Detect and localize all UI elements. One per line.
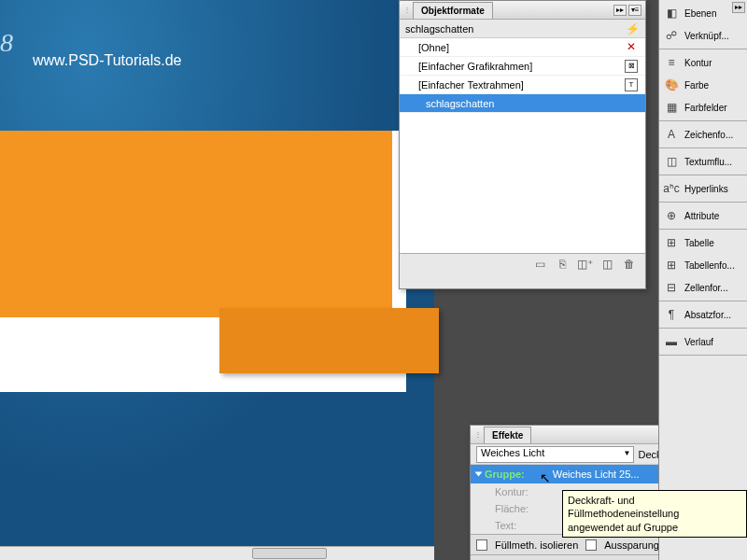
para-icon: ¶ bbox=[663, 307, 680, 322]
style-item-none[interactable]: [Ohne] ✕ bbox=[400, 38, 645, 57]
filter-row: schlagschatten ⚡ bbox=[400, 20, 645, 38]
style-label: [Einfacher Grafikrahmen] bbox=[418, 61, 532, 72]
panel-collapse-icon[interactable]: ▸▸ bbox=[613, 5, 627, 16]
panel-menu-icon[interactable]: ▾≡ bbox=[628, 5, 641, 16]
new-style-icon[interactable]: ⎘ bbox=[554, 258, 571, 273]
swatches-icon: ▦ bbox=[663, 100, 680, 115]
style-label: schlagschatten bbox=[426, 98, 494, 109]
sidebar-label: Absatzfor... bbox=[684, 310, 731, 320]
grad-icon: ▬ bbox=[663, 334, 680, 349]
color-icon: 🎨 bbox=[663, 77, 680, 92]
target-label: Gruppe: bbox=[485, 469, 525, 480]
new-icon[interactable]: ◫ bbox=[599, 258, 615, 273]
tooltip-line1: Deckkraft- und Füllmethodeneinstellung bbox=[568, 494, 741, 521]
sidebar-collapse-icon[interactable]: ▸▸ bbox=[732, 2, 745, 13]
sidebar-label: Zellenfor... bbox=[684, 283, 728, 293]
clear-override-icon[interactable]: ◫⁺ bbox=[576, 258, 593, 273]
sidebar-label: Zeichenfo... bbox=[684, 130, 733, 140]
cellfmt-icon: ⊟ bbox=[663, 280, 680, 295]
sidebar-label: Ebenen bbox=[684, 8, 716, 19]
sidebar-item-color[interactable]: 🎨Farbe bbox=[659, 74, 747, 96]
sidebar-item-stroke[interactable]: ≡Kontur bbox=[659, 51, 747, 74]
document-canvas[interactable]: 8 www.PSD-Tutorials.de bbox=[0, 0, 434, 560]
sidebar-item-cellfmt[interactable]: ⊟Zellenfor... bbox=[659, 276, 747, 299]
sidebar-label: Textumflu... bbox=[684, 157, 732, 167]
style-item-text-frame[interactable]: [Einfacher Textrahmen] T bbox=[400, 76, 645, 94]
sidebar-item-swatches[interactable]: ▦Farbfelder bbox=[659, 96, 747, 119]
wrap-icon: ◫ bbox=[663, 154, 680, 169]
url-text: www.PSD-Tutorials.de bbox=[33, 52, 181, 69]
tooltip-line2: angewendet auf Gruppe bbox=[568, 521, 741, 534]
sidebar-item-table[interactable]: ⊞Tabelle bbox=[659, 231, 747, 254]
sidebar-label: Tabellenfo... bbox=[684, 260, 735, 271]
panel-tab[interactable]: Effekte bbox=[484, 427, 531, 443]
blend-mode-select[interactable]: Weiches Licht bbox=[476, 446, 634, 463]
horizontal-scrollbar[interactable] bbox=[0, 546, 434, 560]
sidebar-label: Kontur bbox=[684, 58, 712, 68]
disclosure-triangle-icon[interactable] bbox=[475, 472, 483, 477]
sidebar-label: Farbe bbox=[684, 80, 709, 91]
sidebar-label: Verlauf bbox=[684, 337, 713, 347]
object-styles-panel[interactable]: ⋮⋮ Objektformate ▸▸ ▾≡ schlagschatten ⚡ … bbox=[399, 0, 646, 289]
sidebar-item-attr[interactable]: ⊕Attribute bbox=[659, 204, 747, 227]
blend-mode-value: Weiches Licht bbox=[481, 447, 544, 458]
sidebar-label: Verknüpf... bbox=[684, 31, 729, 41]
orange-block-2[interactable] bbox=[219, 308, 439, 373]
layers-icon: ◧ bbox=[663, 6, 680, 21]
right-sidebar: ▸▸ ◧Ebenen☍Verknüpf...≡Kontur🎨Farbe▦Farb… bbox=[658, 0, 747, 560]
sidebar-label: Tabelle bbox=[684, 238, 714, 248]
sidebar-item-hyper[interactable]: aʰcHyperlinks bbox=[659, 177, 747, 200]
panel-header[interactable]: ⋮⋮ Objektformate ▸▸ ▾≡ bbox=[400, 1, 645, 20]
orange-block-1[interactable] bbox=[0, 131, 392, 317]
sidebar-item-grad[interactable]: ▬Verlauf bbox=[659, 330, 747, 353]
style-label: [Ohne] bbox=[418, 42, 449, 53]
tablefmt-icon: ⊞ bbox=[663, 258, 680, 273]
sidebar-item-para[interactable]: ¶Absatzfor... bbox=[659, 303, 747, 326]
folder-icon[interactable]: ▭ bbox=[531, 258, 548, 273]
grip-icon: ⋮⋮ bbox=[474, 430, 482, 439]
object-styles-list: [Ohne] ✕ [Einfacher Grafikrahmen] ⊠ [Ein… bbox=[400, 38, 645, 253]
none-icon: ✕ bbox=[625, 41, 638, 54]
sidebar-label: Farbfelder bbox=[684, 103, 727, 113]
sidebar-label: Attribute bbox=[684, 211, 719, 221]
table-icon: ⊞ bbox=[663, 235, 680, 250]
sidebar-item-wrap[interactable]: ◫Textumflu... bbox=[659, 150, 747, 173]
stroke-icon: ≡ bbox=[663, 55, 680, 70]
sidebar-label: Hyperlinks bbox=[684, 184, 728, 194]
tooltip: Deckkraft- und Füllmethodeneinstellung a… bbox=[562, 490, 747, 538]
style-item-schlagschatten[interactable]: schlagschatten bbox=[400, 94, 645, 113]
frame-icon: ⊠ bbox=[625, 60, 638, 73]
filter-text: schlagschatten bbox=[405, 23, 473, 35]
script-text: 8 bbox=[0, 28, 13, 58]
scrollbar-thumb[interactable] bbox=[252, 548, 327, 559]
quick-apply-icon[interactable]: ⚡ bbox=[626, 22, 640, 35]
grip-icon: ⋮⋮ bbox=[403, 6, 411, 14]
attr-icon: ⊕ bbox=[663, 208, 680, 223]
link-icon: ☍ bbox=[663, 28, 680, 43]
text-frame-icon: T bbox=[625, 78, 638, 91]
isolate-label: Füllmeth. isolieren bbox=[495, 539, 578, 551]
panel-tab[interactable]: Objektformate bbox=[413, 2, 493, 19]
trash-icon[interactable]: 🗑 bbox=[621, 258, 638, 273]
sidebar-item-link[interactable]: ☍Verknüpf... bbox=[659, 24, 747, 47]
sidebar-item-char[interactable]: AZeichenfo... bbox=[659, 123, 747, 146]
hyper-icon: aʰc bbox=[663, 181, 680, 196]
style-item-graphic-frame[interactable]: [Einfacher Grafikrahmen] ⊠ bbox=[400, 57, 645, 76]
knockout-checkbox[interactable] bbox=[585, 539, 597, 551]
panel-footer: ▭ ⎘ ◫⁺ ◫ 🗑 bbox=[400, 253, 645, 275]
sidebar-item-tablefmt[interactable]: ⊞Tabellenfo... bbox=[659, 254, 747, 276]
isolate-checkbox[interactable] bbox=[476, 539, 487, 551]
style-label: [Einfacher Textrahmen] bbox=[418, 79, 524, 91]
char-icon: A bbox=[663, 127, 680, 142]
